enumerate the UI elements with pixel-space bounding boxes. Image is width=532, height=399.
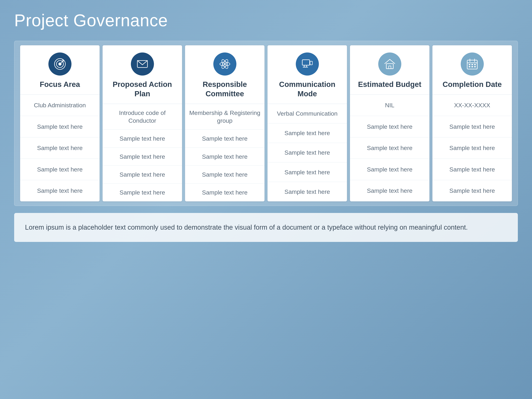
cell-completion-date-row3: Sample text here [432,159,512,180]
column-header-focus-area: Focus Area [20,45,100,95]
cell-focus-area-row0: Club Administration [20,95,100,116]
svg-rect-24 [469,66,470,67]
column-responsible-committee: Responsible CommitteeMembership & Regist… [185,45,265,202]
column-title-proposed-action-plan: Proposed Action Plan [106,80,178,98]
atom-icon [213,52,236,76]
column-header-proposed-action-plan: Proposed Action Plan [103,45,182,104]
cell-focus-area-row1: Sample text here [20,116,100,137]
cell-responsible-committee-row0: Membership & Registering group [185,104,264,130]
cell-responsible-committee-row3: Sample text here [185,166,264,184]
column-title-completion-date: Completion Date [443,80,502,89]
cell-estimated-budget-row3: Sample text here [350,159,429,180]
column-estimated-budget: Estimated BudgetNILSample text hereSampl… [350,45,430,202]
cell-focus-area-row4: Sample text here [20,180,100,202]
footer-box: Lorem ipsum is a placeholder text common… [14,213,518,242]
cell-completion-date-row1: Sample text here [432,116,512,137]
cell-communication-mode-row0: Verbal Communication [268,104,347,123]
column-title-estimated-budget: Estimated Budget [358,80,421,89]
column-title-responsible-committee: Responsible Committee [189,80,261,98]
monitor-icon [296,52,319,76]
cell-proposed-action-plan-row0: Introduce code of Conductor [103,104,182,130]
column-header-communication-mode: Communication Mode [268,45,347,104]
cell-estimated-budget-row2: Sample text here [350,137,429,159]
svg-rect-9 [302,60,310,65]
column-header-responsible-committee: Responsible Committee [185,45,264,104]
cell-communication-mode-row1: Sample text here [268,123,347,143]
cell-focus-area-row3: Sample text here [20,159,100,180]
cell-communication-mode-row3: Sample text here [268,162,347,182]
calendar-icon [461,52,484,76]
cell-estimated-budget-row0: NIL [350,95,429,116]
page-title: Project Governance [14,11,518,30]
column-proposed-action-plan: Proposed Action PlanIntroduce code of Co… [102,45,182,202]
svg-point-5 [224,63,226,65]
svg-rect-25 [471,66,473,67]
cell-responsible-committee-row1: Sample text here [185,130,264,147]
svg-rect-21 [469,64,470,65]
svg-rect-23 [474,64,476,65]
cell-completion-date-row4: Sample text here [432,180,512,202]
cell-focus-area-row2: Sample text here [20,137,100,159]
svg-rect-10 [310,61,312,65]
cell-proposed-action-plan-row1: Sample text here [103,130,182,147]
home-icon [378,52,401,76]
cell-responsible-committee-row2: Sample text here [185,148,264,166]
column-title-communication-mode: Communication Mode [271,80,343,98]
cell-communication-mode-row2: Sample text here [268,143,347,162]
svg-rect-16 [388,66,391,69]
email-icon [131,52,154,76]
column-completion-date: Completion DateXX-XX-XXXXSample text her… [432,45,512,202]
main-content: Focus AreaClub AdministrationSample text… [14,41,518,388]
cell-proposed-action-plan-row3: Sample text here [103,166,182,184]
cell-communication-mode-row4: Sample text here [268,182,347,201]
cell-estimated-budget-row4: Sample text here [350,180,429,202]
cell-proposed-action-plan-row4: Sample text here [103,184,182,201]
column-header-estimated-budget: Estimated Budget [350,45,429,95]
table-wrapper: Focus AreaClub AdministrationSample text… [14,41,518,206]
column-header-completion-date: Completion Date [432,45,512,95]
column-focus-area: Focus AreaClub AdministrationSample text… [20,45,100,202]
cell-completion-date-row0: XX-XX-XXXX [432,95,512,116]
cell-estimated-budget-row1: Sample text here [350,116,429,137]
svg-rect-26 [474,66,476,67]
svg-rect-22 [471,64,473,65]
cell-completion-date-row2: Sample text here [432,137,512,159]
cell-responsible-committee-row4: Sample text here [185,184,264,201]
column-communication-mode: Communication ModeVerbal CommunicationSa… [267,45,347,202]
footer-text: Lorem ipsum is a placeholder text common… [25,222,507,233]
column-title-focus-area: Focus Area [40,80,80,89]
cell-proposed-action-plan-row2: Sample text here [103,148,182,166]
target-icon [48,52,71,76]
